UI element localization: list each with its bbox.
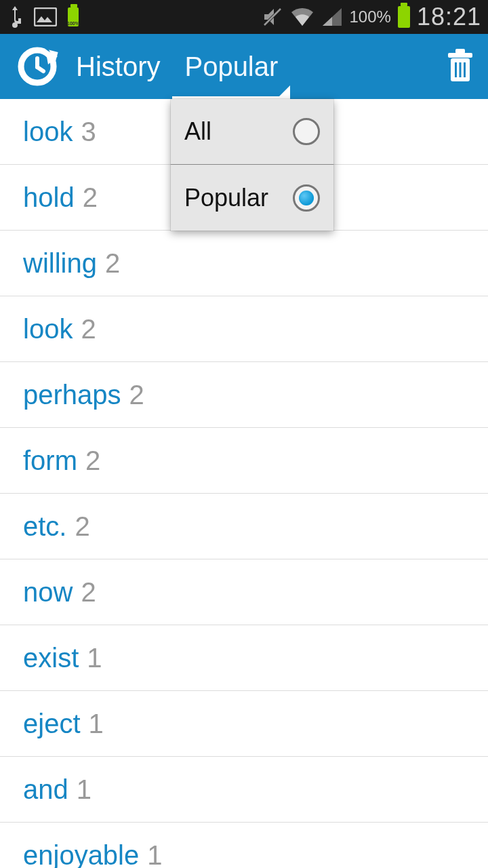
word-text: perhaps [23, 380, 121, 410]
word-text: eject [23, 709, 81, 739]
svg-point-0 [12, 22, 18, 28]
svg-rect-1 [35, 8, 56, 26]
word-text: look [23, 314, 73, 344]
delete-button[interactable] [445, 49, 476, 84]
word-text: and [23, 774, 68, 805]
svg-rect-10 [455, 62, 457, 77]
word-count: 2 [85, 446, 100, 476]
dropdown-option-label: All [184, 117, 211, 146]
tab-history-label: History [76, 52, 160, 82]
status-bar: 100% 18:21 [0, 0, 488, 34]
word-text: hold [23, 182, 75, 213]
dropdown-option-label: Popular [184, 184, 268, 212]
list-item[interactable]: now2 [0, 559, 488, 625]
list-item[interactable]: perhaps2 [0, 362, 488, 428]
svg-rect-8 [448, 53, 472, 58]
list-item[interactable]: etc.2 [0, 494, 488, 559]
word-text: etc. [23, 511, 66, 542]
battery-small-icon [68, 7, 79, 26]
list-item[interactable]: willing2 [0, 231, 488, 296]
wifi-icon [290, 7, 314, 27]
battery-icon [398, 6, 410, 28]
word-count: 2 [105, 248, 120, 279]
svg-rect-9 [455, 49, 465, 54]
mute-icon [262, 6, 283, 28]
list-item[interactable]: form2 [0, 428, 488, 494]
word-text: exist [23, 643, 79, 673]
word-count: 2 [129, 380, 144, 410]
dropdown-option-all[interactable]: All [171, 99, 333, 165]
status-right: 100% 18:21 [262, 3, 481, 31]
word-text: now [23, 577, 73, 608]
word-text: form [23, 446, 77, 476]
list-item[interactable]: eject1 [0, 691, 488, 757]
word-count: 2 [75, 511, 89, 542]
word-text: look [23, 117, 73, 147]
radio-checked-icon [293, 184, 320, 212]
word-count: 2 [83, 182, 98, 213]
app-bar: History Popular [0, 34, 488, 99]
word-count: 1 [77, 774, 92, 805]
svg-rect-12 [464, 62, 466, 77]
radio-unchecked-icon [293, 118, 320, 145]
status-left [7, 5, 79, 29]
tab-popular[interactable]: Popular [172, 34, 290, 99]
dropdown-option-popular[interactable]: Popular [171, 165, 333, 231]
svg-rect-11 [460, 62, 462, 77]
picture-icon [34, 7, 57, 26]
list-item[interactable]: look 2 [0, 296, 488, 362]
list-item[interactable]: exist1 [0, 625, 488, 691]
svg-line-6 [37, 67, 43, 71]
battery-percent: 100% [350, 7, 391, 26]
word-text: willing [23, 248, 97, 279]
history-refresh-icon[interactable] [15, 44, 60, 89]
signal-icon [321, 7, 343, 27]
word-count: 1 [147, 840, 162, 868]
word-text: enjoyable [23, 840, 139, 868]
list-item[interactable]: enjoyable1 [0, 823, 488, 868]
list-item[interactable]: and1 [0, 757, 488, 823]
word-count: 1 [87, 643, 102, 673]
filter-dropdown: All Popular [171, 99, 333, 231]
word-count: 2 [81, 577, 96, 608]
word-count: 2 [81, 314, 96, 344]
word-count: 3 [81, 117, 96, 147]
spinner-corner-icon [277, 85, 290, 99]
status-time: 18:21 [417, 3, 481, 31]
tab-popular-label: Popular [184, 52, 278, 82]
usb-icon [7, 5, 23, 29]
tab-history[interactable]: History [64, 34, 172, 99]
word-count: 1 [89, 709, 104, 739]
